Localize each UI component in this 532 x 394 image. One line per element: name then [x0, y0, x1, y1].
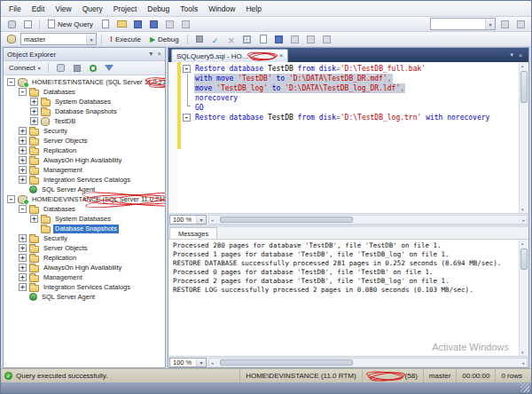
- results-grid-icon[interactable]: [240, 33, 254, 46]
- plus-expander-icon[interactable]: +: [19, 283, 27, 291]
- tree-item[interactable]: +Management: [4, 272, 165, 282]
- plus-expander-icon[interactable]: +: [19, 234, 27, 242]
- messages-pane[interactable]: Processed 280 pages for database 'TestDB…: [168, 240, 528, 356]
- menu-debug[interactable]: Debug: [142, 3, 175, 15]
- document-list-icon[interactable]: ▾: [510, 51, 513, 59]
- tree-item[interactable]: +System Databases: [4, 97, 165, 106]
- document-tab[interactable]: SQLQuery5.sql - HO… ×: [171, 49, 288, 62]
- tree-item[interactable]: +Security: [4, 126, 165, 136]
- connect-button[interactable]: Connect ▾: [7, 64, 43, 72]
- plus-expander-icon[interactable]: +: [19, 264, 27, 272]
- new-query-button[interactable]: New Query: [44, 19, 97, 29]
- tree-item[interactable]: +Server Objects: [4, 243, 165, 253]
- undo-icon[interactable]: [178, 18, 192, 31]
- editor-pane[interactable]: -Restore database TestDB from disk='D:\T…: [168, 62, 528, 213]
- tree-item[interactable]: +Database Snapshots: [4, 106, 165, 116]
- plus-expander-icon[interactable]: +: [19, 137, 27, 145]
- open-file-icon[interactable]: [114, 18, 129, 31]
- save-icon[interactable]: [130, 18, 145, 31]
- close-document-icon[interactable]: ×: [519, 52, 522, 59]
- tree-item[interactable]: -Databases: [4, 204, 165, 214]
- tree-item[interactable]: -HOME\TESTINSTANCE (SQL Server 11.0.2100…: [4, 77, 165, 87]
- menu-tools[interactable]: Tools: [175, 3, 203, 15]
- parse-icon[interactable]: [208, 33, 223, 46]
- results-text-icon[interactable]: [256, 33, 270, 46]
- save-all-icon[interactable]: [146, 18, 160, 31]
- window-icon[interactable]: [513, 18, 528, 31]
- activity-monitor-icon[interactable]: [20, 18, 35, 31]
- plus-expander-icon[interactable]: +: [19, 273, 27, 281]
- messages-tab[interactable]: Messages: [169, 227, 217, 239]
- plus-expander-icon[interactable]: +: [19, 254, 27, 262]
- close-icon[interactable]: ×: [157, 51, 161, 58]
- cancel-query-icon[interactable]: [224, 33, 239, 46]
- minus-expander-icon[interactable]: -: [7, 195, 15, 203]
- tree-item[interactable]: +Security: [4, 233, 165, 243]
- minus-expander-icon[interactable]: -: [19, 205, 27, 213]
- resize-grip[interactable]: [520, 383, 529, 392]
- plus-expander-icon[interactable]: +: [19, 146, 27, 154]
- execute-button[interactable]: ! Execute: [106, 34, 145, 44]
- indent-icon[interactable]: [304, 33, 318, 46]
- chevron-down-icon[interactable]: ▾: [485, 19, 495, 29]
- messages-hscrollbar[interactable]: [208, 358, 528, 367]
- tree-item[interactable]: +TestDB: [4, 116, 165, 126]
- plus-expander-icon[interactable]: +: [30, 107, 38, 115]
- menu-project[interactable]: Project: [108, 3, 142, 15]
- toolbar-search-combo[interactable]: ▾: [430, 18, 496, 30]
- minus-expander-icon[interactable]: -: [7, 78, 15, 86]
- menu-window[interactable]: Window: [203, 3, 240, 15]
- tree-item[interactable]: +Replication: [4, 146, 165, 155]
- editor-hscrollbar[interactable]: [208, 215, 528, 225]
- menu-file[interactable]: File: [4, 3, 27, 15]
- tree-item[interactable]: +Integration Services Catalogs: [4, 282, 165, 292]
- tree-item[interactable]: -Databases: [4, 87, 165, 97]
- query-options-icon[interactable]: [320, 33, 334, 46]
- plus-expander-icon[interactable]: +: [30, 215, 38, 223]
- debug-button[interactable]: ▶ Debug: [146, 35, 183, 44]
- print-icon[interactable]: [162, 18, 176, 31]
- filter-icon[interactable]: [102, 61, 116, 75]
- messages-scroll-thumb[interactable]: [520, 248, 528, 270]
- plus-expander-icon[interactable]: +: [19, 127, 27, 135]
- editor-hscroll-thumb[interactable]: [220, 217, 353, 223]
- tree-item[interactable]: +Replication: [4, 253, 165, 263]
- plus-expander-icon[interactable]: +: [30, 117, 38, 125]
- find-icon[interactable]: [497, 18, 512, 31]
- plus-expander-icon[interactable]: +: [19, 244, 27, 252]
- tree-item[interactable]: +AlwaysOn High Availability: [4, 155, 165, 165]
- fold-toggle-icon[interactable]: -: [183, 65, 191, 73]
- editor-zoom-select[interactable]: 100 % ▾: [169, 215, 207, 225]
- database-combo[interactable]: master ▾: [20, 33, 97, 45]
- messages-zoom-select[interactable]: 100 % ▾: [169, 358, 207, 367]
- messages-hscroll-thumb[interactable]: [220, 359, 353, 366]
- messages-vscrollbar[interactable]: [519, 240, 528, 356]
- plus-expander-icon[interactable]: +: [19, 156, 27, 164]
- stop-icon[interactable]: [192, 33, 207, 46]
- tree-item[interactable]: +Management: [4, 165, 165, 175]
- connect-object-explorer-icon[interactable]: [4, 18, 19, 31]
- chevron-down-icon[interactable]: ▾: [86, 34, 96, 44]
- tree-item[interactable]: +AlwaysOn High Availability: [4, 263, 165, 272]
- comment-icon[interactable]: [288, 33, 302, 46]
- stop-icon[interactable]: [70, 61, 84, 75]
- plus-expander-icon[interactable]: +: [19, 166, 27, 174]
- plus-expander-icon[interactable]: +: [19, 176, 27, 184]
- minus-expander-icon[interactable]: -: [19, 88, 27, 96]
- disconnect-icon[interactable]: [54, 61, 68, 75]
- tree-item[interactable]: +Server Objects: [4, 136, 165, 146]
- tree-item[interactable]: SQL Server Agent: [4, 292, 165, 302]
- close-tab-icon[interactable]: ×: [279, 52, 284, 59]
- plus-expander-icon[interactable]: +: [30, 98, 38, 106]
- editor-scroll-thumb[interactable]: [520, 71, 528, 103]
- menu-edit[interactable]: Edit: [27, 3, 51, 15]
- menu-help[interactable]: Help: [240, 3, 266, 15]
- refresh-icon[interactable]: [86, 61, 100, 75]
- tree-item[interactable]: +Integration Services Catalogs: [4, 175, 165, 185]
- tree-item[interactable]: Database Snapshots: [4, 224, 165, 233]
- results-file-icon[interactable]: [272, 33, 286, 46]
- editor-vscrollbar[interactable]: [519, 62, 528, 213]
- fold-toggle-icon[interactable]: -: [183, 114, 191, 122]
- chevron-down-icon[interactable]: ▾: [196, 359, 206, 366]
- menu-view[interactable]: View: [50, 3, 76, 15]
